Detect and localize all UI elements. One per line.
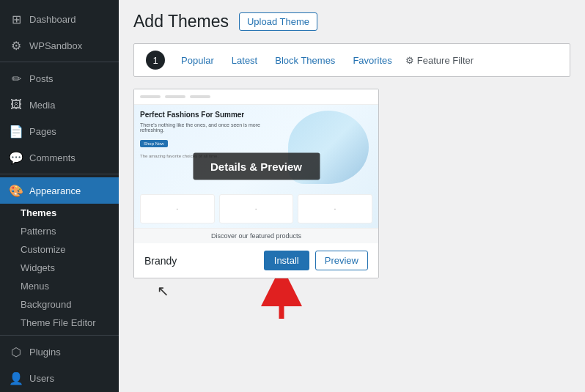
- preview-nav-dot-3: [190, 95, 210, 98]
- preview-card-mini-3: ▪: [298, 194, 372, 223]
- preview-header-bar: [134, 89, 378, 105]
- main-content: Add Themes Upload Theme 1 Popular Latest…: [119, 0, 585, 392]
- sidebar-subitem-themes[interactable]: Themes: [0, 204, 119, 222]
- preview-shop-btn: Shop Now: [140, 140, 168, 147]
- sidebar-item-media[interactable]: 🖼 Media: [0, 92, 119, 118]
- appearance-icon: 🎨: [9, 183, 23, 198]
- tab-favorites[interactable]: Favorites: [345, 49, 399, 72]
- gear-icon: ⚙: [405, 55, 414, 66]
- tabs-bar: 1 Popular Latest Block Themes Favorites …: [133, 43, 570, 77]
- tab-block-themes[interactable]: Block Themes: [268, 49, 342, 72]
- posts-icon: ✏: [9, 71, 23, 86]
- preview-bottom-row: ▪ ▪ ▪: [134, 190, 378, 228]
- theme-actions: Install Preview: [264, 251, 368, 270]
- page-header: Add Themes Upload Theme: [133, 12, 570, 32]
- theme-card-wrapper: Perfect Fashions For Summer There's noth…: [133, 89, 379, 322]
- sidebar-item-comments[interactable]: 💬 Comments: [0, 144, 119, 171]
- users-icon: 👤: [9, 371, 23, 385]
- sidebar-item-dashboard[interactable]: ⊞ Dashboard: [0, 6, 119, 32]
- wpsandbox-icon: ⚙: [9, 38, 23, 53]
- preview-nav-dot-2: [165, 95, 185, 98]
- red-arrow-icon: [261, 278, 305, 322]
- sidebar-item-wpsandbox[interactable]: ⚙ WPSandbox: [0, 32, 119, 59]
- preview-caption: Discover our featured products: [134, 228, 378, 243]
- arrow-area: ↖: [133, 278, 379, 322]
- preview-card-mini-2: ▪: [219, 194, 294, 223]
- sidebar-item-users[interactable]: 👤 Users: [0, 365, 119, 391]
- sidebar: ⊞ Dashboard ⚙ WPSandbox ✏ Posts 🖼 Media …: [0, 0, 119, 392]
- media-icon: 🖼: [9, 97, 23, 112]
- page-title: Add Themes: [133, 12, 229, 32]
- details-preview-overlay[interactable]: Details & Preview: [193, 153, 320, 180]
- sidebar-subitem-patterns[interactable]: Patterns: [0, 222, 119, 240]
- sidebar-item-appearance[interactable]: 🎨 Appearance: [0, 177, 119, 204]
- pages-icon: 📄: [9, 124, 23, 138]
- preview-subtitle: There's nothing like the ones, and once …: [140, 122, 279, 133]
- plugins-icon: ⬡: [9, 344, 23, 359]
- theme-name: Brandy: [144, 255, 177, 267]
- tab-popular[interactable]: Popular: [174, 49, 221, 72]
- install-button[interactable]: Install: [264, 251, 309, 270]
- comments-icon: 💬: [9, 150, 23, 165]
- themes-count-badge: 1: [146, 51, 165, 70]
- upload-theme-button[interactable]: Upload Theme: [239, 12, 317, 31]
- sidebar-item-pages[interactable]: 📄 Pages: [0, 118, 119, 144]
- theme-card-footer: Brandy Install Preview: [134, 243, 378, 278]
- sidebar-subitem-background[interactable]: Background: [0, 295, 119, 314]
- theme-card-brandy: Perfect Fashions For Summer There's noth…: [133, 89, 379, 278]
- preview-title: Perfect Fashions For Summer: [140, 111, 279, 119]
- sidebar-subitem-theme-file-editor[interactable]: Theme File Editor: [0, 314, 119, 332]
- cursor-icon: ↖: [157, 282, 169, 300]
- sidebar-item-plugins[interactable]: ⬡ Plugins: [0, 339, 119, 365]
- sidebar-subitem-widgets[interactable]: Widgets: [0, 259, 119, 277]
- preview-nav-dot: [140, 95, 161, 98]
- sidebar-subitem-customize[interactable]: Customize: [0, 240, 119, 259]
- sidebar-item-posts[interactable]: ✏ Posts: [0, 65, 119, 92]
- tab-feature-filter[interactable]: ⚙ Feature Filter: [405, 55, 474, 66]
- sidebar-subitem-menus[interactable]: Menus: [0, 277, 119, 295]
- dashboard-icon: ⊞: [9, 12, 23, 26]
- tab-latest[interactable]: Latest: [224, 49, 265, 72]
- theme-preview-area: Perfect Fashions For Summer There's noth…: [134, 89, 378, 243]
- preview-button[interactable]: Preview: [315, 251, 368, 270]
- preview-card-mini-1: ▪: [140, 194, 215, 223]
